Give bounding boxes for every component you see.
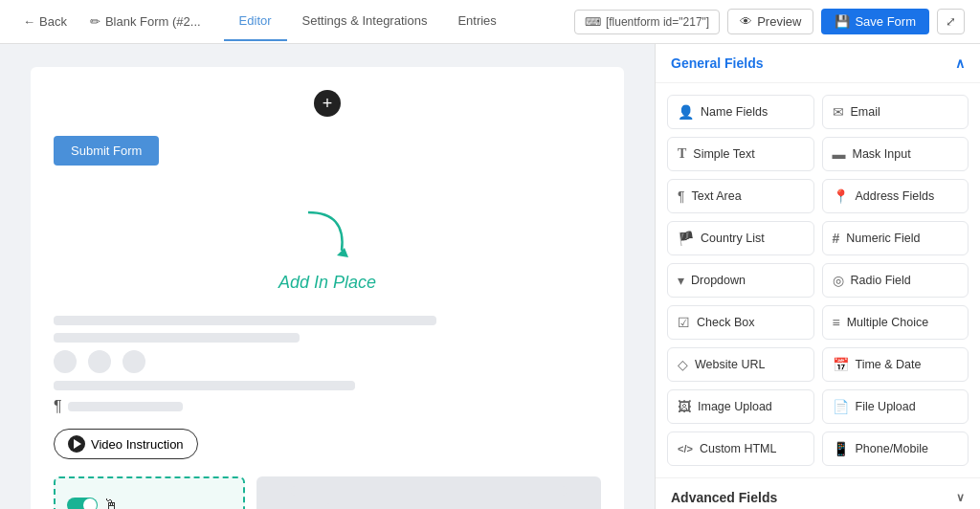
field-item-text-area[interactable]: ¶ Text Area — [667, 179, 814, 213]
field-item-email[interactable]: ✉ Email — [822, 95, 969, 129]
code-icon: ⌨ — [585, 15, 601, 29]
submit-form-button[interactable]: Submit Form — [54, 136, 159, 166]
top-navigation: ← Back ✏ Blank Form (#2... Editor Settin… — [0, 0, 980, 44]
skeleton-icon-2 — [88, 350, 111, 373]
country-list-icon: 🏴 — [678, 231, 694, 246]
field-label: Phone/Mobile — [856, 442, 928, 455]
skeleton-icon-row — [54, 350, 601, 373]
text-area-icon: ¶ — [678, 188, 685, 204]
field-item-numeric-field[interactable]: # Numeric Field — [822, 221, 969, 255]
field-label: Numeric Field — [846, 232, 920, 245]
back-button[interactable]: ← Back — [15, 11, 75, 33]
add-in-place-text: Add In Place — [278, 273, 376, 293]
chevron-down-icon: ∨ — [956, 491, 965, 504]
website-url-icon: ◇ — [678, 357, 688, 372]
field-label: Website URL — [695, 358, 765, 371]
radio-icon: ◎ — [833, 273, 844, 288]
email-icon: ✉ — [833, 104, 844, 120]
ph-line-2 — [325, 503, 532, 509]
expand-button[interactable]: ⤢ — [937, 9, 965, 34]
skeleton-preview: ¶ Video Instruction — [54, 316, 601, 459]
field-label: Custom HTML — [700, 442, 777, 455]
field-item-check-box[interactable]: ☑ Check Box — [667, 305, 814, 340]
field-label: Text Area — [692, 189, 742, 203]
editor-tabs: Editor Settings & Integrations Entries — [224, 2, 512, 41]
preview-label: Preview — [757, 14, 801, 29]
drag-placeholder-box — [256, 476, 601, 509]
field-item-simple-text[interactable]: T Simple Text — [667, 137, 814, 171]
form-title-text: Blank Form (#2... — [105, 14, 201, 29]
field-item-radio-field[interactable]: ◎ Radio Field — [822, 263, 969, 298]
field-item-multiple-choice[interactable]: ≡ Multiple Choice — [822, 305, 969, 340]
mask-input-icon: ▬ — [833, 146, 846, 162]
main-layout: + Submit Form Add In Place — [0, 44, 980, 509]
field-item-mask-input[interactable]: ▬ Mask Input — [822, 137, 969, 171]
save-icon: 💾 — [835, 14, 850, 29]
checkbox-icon: ☑ — [678, 315, 690, 330]
preview-button[interactable]: 👁 Preview — [727, 9, 813, 34]
drag-toggle — [67, 498, 98, 509]
drag-toggle-dot — [83, 498, 97, 509]
add-in-place-area: Add In Place — [54, 204, 601, 293]
nav-right: ⌨ [fluentform id="217"] 👁 Preview 💾 Save… — [574, 9, 965, 34]
ph-line-1 — [291, 486, 567, 496]
custom-html-icon: </> — [678, 443, 693, 454]
advanced-fields-section[interactable]: Advanced Fields ∨ — [656, 477, 980, 509]
field-label: Mask Input — [853, 147, 911, 161]
add-field-plus-button[interactable]: + — [314, 90, 341, 117]
multiple-choice-icon: ≡ — [833, 315, 840, 330]
shortcode-button[interactable]: ⌨ [fluentform id="217"] — [574, 10, 720, 34]
add-arrow-graphic — [289, 208, 366, 265]
field-label: Dropdown — [691, 274, 746, 287]
general-fields-header[interactable]: General Fields ∧ — [656, 44, 980, 83]
save-label: Save Form — [855, 14, 916, 29]
field-item-address-fields[interactable]: 📍 Address Fields — [822, 179, 969, 213]
save-form-button[interactable]: 💾 Save Form — [821, 9, 929, 34]
field-label: Country List — [701, 232, 765, 245]
field-item-dropdown[interactable]: ▾ Dropdown — [667, 263, 814, 298]
tab-editor[interactable]: Editor — [224, 2, 287, 41]
shortcode-text: [fluentform id="217"] — [606, 15, 709, 29]
expand-icon: ⤢ — [946, 14, 956, 29]
skeleton-icon-3 — [122, 350, 145, 373]
field-item-country-list[interactable]: 🏴 Country List — [667, 221, 814, 255]
field-label: Time & Date — [856, 358, 922, 371]
field-item-file-upload[interactable]: 📄 File Upload — [822, 389, 969, 424]
tab-entries[interactable]: Entries — [442, 2, 511, 41]
field-label: Multiple Choice — [847, 316, 928, 329]
add-plus-area: + — [54, 90, 601, 117]
dropdown-icon: ▾ — [678, 273, 684, 288]
tab-settings[interactable]: Settings & Integrations — [287, 2, 443, 41]
back-arrow-icon: ← — [23, 14, 35, 29]
cursor-icon: 🖱 — [103, 497, 119, 509]
field-item-image-upload[interactable]: 🖼 Image Upload — [667, 389, 814, 424]
field-item-website-url[interactable]: ◇ Website URL — [667, 347, 814, 382]
video-instruction-button[interactable]: Video Instruction — [54, 429, 198, 459]
play-icon — [68, 435, 85, 453]
drag-drop-box: 🖱 — [54, 476, 245, 509]
skeleton-line-3 — [54, 381, 355, 390]
field-item-phone-mobile[interactable]: 📱 Phone/Mobile — [822, 432, 969, 466]
field-label: Simple Text — [693, 147, 754, 161]
skeleton-icon-1 — [54, 350, 77, 373]
play-triangle — [74, 439, 81, 449]
advanced-fields-label: Advanced Fields — [671, 490, 777, 505]
name-fields-icon: 👤 — [678, 104, 694, 120]
collapse-icon: ∧ — [955, 55, 965, 71]
back-label: Back — [39, 14, 67, 29]
form-canvas: + Submit Form Add In Place — [31, 67, 624, 509]
video-instruction-label: Video Instruction — [91, 437, 184, 452]
edit-icon: ✏ — [90, 14, 100, 29]
field-label: Email — [851, 105, 880, 119]
form-title-button[interactable]: ✏ Blank Form (#2... — [82, 11, 209, 33]
drag-preview-row: 🖱 — [54, 476, 601, 509]
field-label: File Upload — [856, 400, 916, 413]
skeleton-line-4 — [68, 402, 183, 411]
field-label: Image Upload — [698, 400, 772, 413]
field-item-time-date[interactable]: 📅 Time & Date — [822, 347, 969, 382]
file-upload-icon: 📄 — [833, 399, 849, 414]
field-label: Radio Field — [851, 274, 911, 287]
phone-icon: 📱 — [833, 441, 849, 456]
field-item-name-fields[interactable]: 👤 Name Fields — [667, 95, 814, 129]
field-item-custom-html[interactable]: </> Custom HTML — [667, 432, 814, 466]
